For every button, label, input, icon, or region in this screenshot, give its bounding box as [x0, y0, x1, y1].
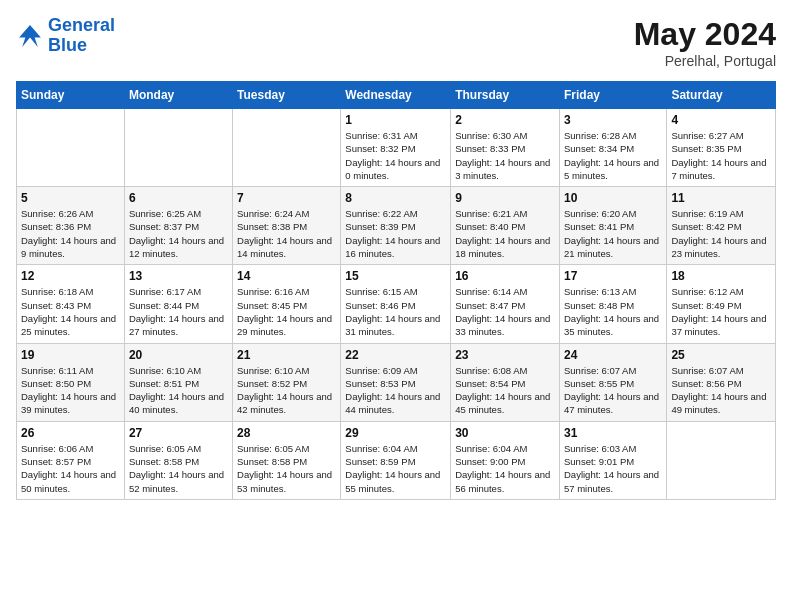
- page-header: General Blue May 2024 Perelhal, Portugal: [16, 16, 776, 69]
- calendar-day-cell: 3Sunrise: 6:28 AMSunset: 8:34 PMDaylight…: [559, 109, 666, 187]
- day-info: Sunrise: 6:10 AMSunset: 8:51 PMDaylight:…: [129, 364, 228, 417]
- calendar-day-cell: 31Sunrise: 6:03 AMSunset: 9:01 PMDayligh…: [559, 421, 666, 499]
- day-info: Sunrise: 6:12 AMSunset: 8:49 PMDaylight:…: [671, 285, 771, 338]
- calendar-day-cell: 18Sunrise: 6:12 AMSunset: 8:49 PMDayligh…: [667, 265, 776, 343]
- calendar-day-cell: [17, 109, 125, 187]
- calendar-day-cell: 1Sunrise: 6:31 AMSunset: 8:32 PMDaylight…: [341, 109, 451, 187]
- day-info: Sunrise: 6:24 AMSunset: 8:38 PMDaylight:…: [237, 207, 336, 260]
- day-number: 24: [564, 348, 662, 362]
- day-number: 9: [455, 191, 555, 205]
- calendar-day-cell: 20Sunrise: 6:10 AMSunset: 8:51 PMDayligh…: [124, 343, 232, 421]
- day-info: Sunrise: 6:28 AMSunset: 8:34 PMDaylight:…: [564, 129, 662, 182]
- calendar-table: SundayMondayTuesdayWednesdayThursdayFrid…: [16, 81, 776, 500]
- calendar-day-cell: 28Sunrise: 6:05 AMSunset: 8:58 PMDayligh…: [233, 421, 341, 499]
- day-number: 31: [564, 426, 662, 440]
- title-block: May 2024 Perelhal, Portugal: [634, 16, 776, 69]
- day-number: 28: [237, 426, 336, 440]
- day-info: Sunrise: 6:14 AMSunset: 8:47 PMDaylight:…: [455, 285, 555, 338]
- calendar-day-cell: 6Sunrise: 6:25 AMSunset: 8:37 PMDaylight…: [124, 187, 232, 265]
- day-info: Sunrise: 6:30 AMSunset: 8:33 PMDaylight:…: [455, 129, 555, 182]
- day-number: 21: [237, 348, 336, 362]
- weekday-header-cell: Sunday: [17, 82, 125, 109]
- calendar-day-cell: 17Sunrise: 6:13 AMSunset: 8:48 PMDayligh…: [559, 265, 666, 343]
- day-number: 7: [237, 191, 336, 205]
- day-info: Sunrise: 6:07 AMSunset: 8:56 PMDaylight:…: [671, 364, 771, 417]
- calendar-day-cell: 7Sunrise: 6:24 AMSunset: 8:38 PMDaylight…: [233, 187, 341, 265]
- calendar-day-cell: 12Sunrise: 6:18 AMSunset: 8:43 PMDayligh…: [17, 265, 125, 343]
- logo-general: General: [48, 15, 115, 35]
- weekday-header-cell: Thursday: [451, 82, 560, 109]
- day-info: Sunrise: 6:03 AMSunset: 9:01 PMDaylight:…: [564, 442, 662, 495]
- calendar-day-cell: 23Sunrise: 6:08 AMSunset: 8:54 PMDayligh…: [451, 343, 560, 421]
- day-info: Sunrise: 6:18 AMSunset: 8:43 PMDaylight:…: [21, 285, 120, 338]
- day-info: Sunrise: 6:05 AMSunset: 8:58 PMDaylight:…: [129, 442, 228, 495]
- day-number: 26: [21, 426, 120, 440]
- day-number: 16: [455, 269, 555, 283]
- calendar-day-cell: 22Sunrise: 6:09 AMSunset: 8:53 PMDayligh…: [341, 343, 451, 421]
- calendar-day-cell: 19Sunrise: 6:11 AMSunset: 8:50 PMDayligh…: [17, 343, 125, 421]
- calendar-day-cell: 11Sunrise: 6:19 AMSunset: 8:42 PMDayligh…: [667, 187, 776, 265]
- day-info: Sunrise: 6:25 AMSunset: 8:37 PMDaylight:…: [129, 207, 228, 260]
- calendar-day-cell: 26Sunrise: 6:06 AMSunset: 8:57 PMDayligh…: [17, 421, 125, 499]
- calendar-week-row: 5Sunrise: 6:26 AMSunset: 8:36 PMDaylight…: [17, 187, 776, 265]
- calendar-day-cell: [233, 109, 341, 187]
- logo-text: General Blue: [48, 16, 115, 56]
- day-info: Sunrise: 6:04 AMSunset: 8:59 PMDaylight:…: [345, 442, 446, 495]
- weekday-header-row: SundayMondayTuesdayWednesdayThursdayFrid…: [17, 82, 776, 109]
- day-info: Sunrise: 6:20 AMSunset: 8:41 PMDaylight:…: [564, 207, 662, 260]
- calendar-day-cell: 14Sunrise: 6:16 AMSunset: 8:45 PMDayligh…: [233, 265, 341, 343]
- calendar-week-row: 26Sunrise: 6:06 AMSunset: 8:57 PMDayligh…: [17, 421, 776, 499]
- day-number: 11: [671, 191, 771, 205]
- calendar-day-cell: 16Sunrise: 6:14 AMSunset: 8:47 PMDayligh…: [451, 265, 560, 343]
- weekday-header-cell: Tuesday: [233, 82, 341, 109]
- day-number: 6: [129, 191, 228, 205]
- day-info: Sunrise: 6:19 AMSunset: 8:42 PMDaylight:…: [671, 207, 771, 260]
- calendar-day-cell: 30Sunrise: 6:04 AMSunset: 9:00 PMDayligh…: [451, 421, 560, 499]
- day-number: 1: [345, 113, 446, 127]
- day-info: Sunrise: 6:22 AMSunset: 8:39 PMDaylight:…: [345, 207, 446, 260]
- svg-marker-0: [19, 25, 41, 47]
- day-number: 12: [21, 269, 120, 283]
- day-number: 27: [129, 426, 228, 440]
- day-number: 3: [564, 113, 662, 127]
- calendar-day-cell: 2Sunrise: 6:30 AMSunset: 8:33 PMDaylight…: [451, 109, 560, 187]
- calendar-day-cell: 25Sunrise: 6:07 AMSunset: 8:56 PMDayligh…: [667, 343, 776, 421]
- day-number: 23: [455, 348, 555, 362]
- logo-blue: Blue: [48, 35, 87, 55]
- day-info: Sunrise: 6:26 AMSunset: 8:36 PMDaylight:…: [21, 207, 120, 260]
- day-number: 30: [455, 426, 555, 440]
- day-number: 22: [345, 348, 446, 362]
- day-number: 29: [345, 426, 446, 440]
- calendar-day-cell: 13Sunrise: 6:17 AMSunset: 8:44 PMDayligh…: [124, 265, 232, 343]
- weekday-header-cell: Wednesday: [341, 82, 451, 109]
- day-info: Sunrise: 6:17 AMSunset: 8:44 PMDaylight:…: [129, 285, 228, 338]
- day-info: Sunrise: 6:09 AMSunset: 8:53 PMDaylight:…: [345, 364, 446, 417]
- calendar-day-cell: 9Sunrise: 6:21 AMSunset: 8:40 PMDaylight…: [451, 187, 560, 265]
- day-number: 13: [129, 269, 228, 283]
- day-info: Sunrise: 6:31 AMSunset: 8:32 PMDaylight:…: [345, 129, 446, 182]
- day-number: 10: [564, 191, 662, 205]
- day-info: Sunrise: 6:15 AMSunset: 8:46 PMDaylight:…: [345, 285, 446, 338]
- calendar-day-cell: 4Sunrise: 6:27 AMSunset: 8:35 PMDaylight…: [667, 109, 776, 187]
- calendar-day-cell: 29Sunrise: 6:04 AMSunset: 8:59 PMDayligh…: [341, 421, 451, 499]
- calendar-body: 1Sunrise: 6:31 AMSunset: 8:32 PMDaylight…: [17, 109, 776, 500]
- day-number: 4: [671, 113, 771, 127]
- day-info: Sunrise: 6:07 AMSunset: 8:55 PMDaylight:…: [564, 364, 662, 417]
- day-info: Sunrise: 6:08 AMSunset: 8:54 PMDaylight:…: [455, 364, 555, 417]
- weekday-header-cell: Monday: [124, 82, 232, 109]
- calendar-week-row: 12Sunrise: 6:18 AMSunset: 8:43 PMDayligh…: [17, 265, 776, 343]
- day-info: Sunrise: 6:06 AMSunset: 8:57 PMDaylight:…: [21, 442, 120, 495]
- calendar-day-cell: 8Sunrise: 6:22 AMSunset: 8:39 PMDaylight…: [341, 187, 451, 265]
- day-number: 2: [455, 113, 555, 127]
- calendar-day-cell: 24Sunrise: 6:07 AMSunset: 8:55 PMDayligh…: [559, 343, 666, 421]
- calendar-day-cell: 5Sunrise: 6:26 AMSunset: 8:36 PMDaylight…: [17, 187, 125, 265]
- calendar-day-cell: 10Sunrise: 6:20 AMSunset: 8:41 PMDayligh…: [559, 187, 666, 265]
- logo-icon: [16, 22, 44, 50]
- calendar-day-cell: [124, 109, 232, 187]
- day-info: Sunrise: 6:11 AMSunset: 8:50 PMDaylight:…: [21, 364, 120, 417]
- day-number: 20: [129, 348, 228, 362]
- day-number: 5: [21, 191, 120, 205]
- day-number: 15: [345, 269, 446, 283]
- month-title: May 2024: [634, 16, 776, 53]
- calendar-day-cell: 21Sunrise: 6:10 AMSunset: 8:52 PMDayligh…: [233, 343, 341, 421]
